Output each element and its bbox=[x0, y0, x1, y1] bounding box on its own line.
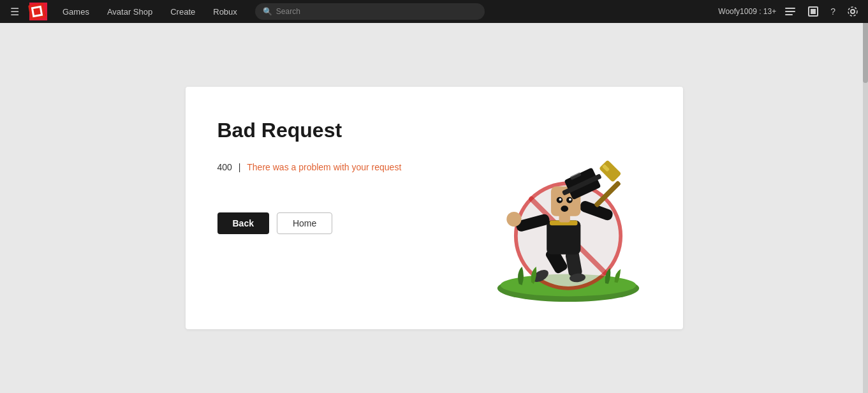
nav-link-robux[interactable]: Robux bbox=[204, 0, 246, 23]
error-message: 400 | There was a problem with your requ… bbox=[217, 160, 485, 174]
error-pipe: | bbox=[239, 162, 244, 172]
svg-point-34 bbox=[568, 198, 571, 201]
chat-icon[interactable] bbox=[781, 4, 799, 19]
svg-point-11 bbox=[851, 10, 855, 13]
svg-rect-6 bbox=[785, 8, 795, 9]
search-icon: 🔍 bbox=[263, 7, 272, 16]
username-display: Woofy1009 : 13+ bbox=[718, 7, 776, 16]
nav-link-games[interactable]: Games bbox=[54, 0, 98, 23]
search-bar: 🔍 bbox=[255, 3, 485, 20]
settings-icon[interactable] bbox=[844, 4, 862, 19]
svg-rect-27 bbox=[598, 159, 621, 182]
nav-right: Woofy1009 : 13+ ? bbox=[718, 4, 862, 19]
capture-icon[interactable] bbox=[804, 4, 822, 19]
roblox-logo[interactable] bbox=[29, 3, 47, 20]
search-input[interactable] bbox=[276, 7, 477, 16]
svg-rect-8 bbox=[785, 14, 793, 15]
error-detail: There was a problem with your request bbox=[247, 162, 401, 172]
svg-rect-21 bbox=[547, 221, 580, 255]
nav-link-create[interactable]: Create bbox=[161, 0, 204, 23]
svg-point-24 bbox=[506, 212, 521, 226]
help-icon[interactable]: ? bbox=[827, 5, 839, 18]
error-illustration bbox=[485, 119, 651, 304]
error-buttons: Back Home bbox=[217, 212, 485, 234]
svg-rect-5 bbox=[33, 8, 41, 15]
scrollbar[interactable] bbox=[863, 0, 868, 393]
svg-point-35 bbox=[561, 205, 568, 212]
error-code: 400 bbox=[217, 162, 232, 172]
svg-point-33 bbox=[559, 198, 561, 201]
back-button[interactable]: Back bbox=[217, 212, 269, 234]
home-button[interactable]: Home bbox=[277, 212, 332, 234]
svg-rect-10 bbox=[811, 9, 816, 14]
navbar: ☰ Games Avatar Shop Create Robux 🔍 Woofy… bbox=[0, 0, 868, 23]
main-content: Bad Request 400 | There was a problem wi… bbox=[0, 23, 868, 393]
hamburger-menu[interactable]: ☰ bbox=[6, 3, 23, 20]
nav-links: Games Avatar Shop Create Robux bbox=[54, 0, 246, 23]
error-title: Bad Request bbox=[217, 119, 485, 142]
error-left: Bad Request 400 | There was a problem wi… bbox=[217, 112, 485, 234]
svg-point-12 bbox=[848, 7, 857, 16]
error-card: Bad Request 400 | There was a problem wi… bbox=[186, 87, 683, 329]
svg-rect-7 bbox=[785, 11, 795, 12]
nav-link-avatar-shop[interactable]: Avatar Shop bbox=[98, 0, 161, 23]
